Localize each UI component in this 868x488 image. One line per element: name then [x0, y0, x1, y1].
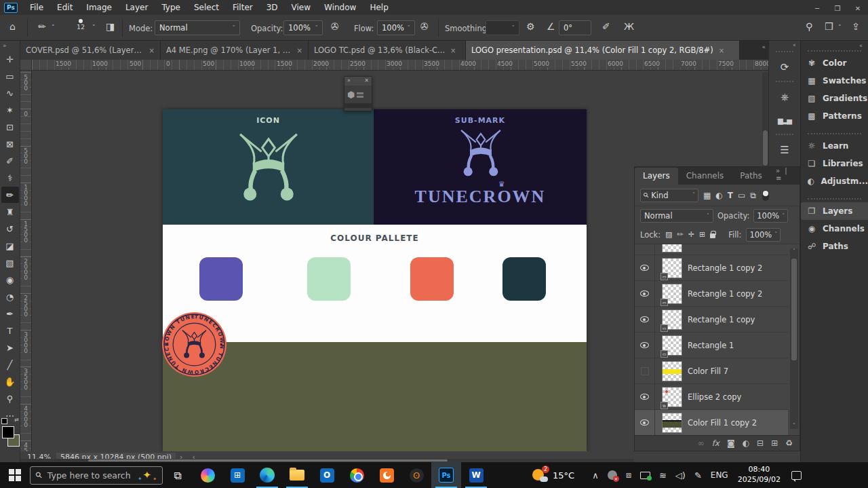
weather-widget[interactable]: 2 15°C — [532, 467, 574, 483]
dodge-tool[interactable]: ◔ — [1, 288, 19, 305]
visibility-toggle[interactable] — [635, 333, 655, 358]
symmetry-butterfly-icon[interactable]: Ж — [624, 21, 634, 32]
close-tab-icon[interactable]: × — [149, 47, 155, 54]
copilot-button[interactable] — [193, 462, 222, 488]
filter-adjustment-icon[interactable]: ◐ — [715, 191, 722, 200]
dock-item-gradients[interactable]: ▧ Gradients — [801, 90, 868, 107]
zoom-tool[interactable]: ⚲ — [1, 390, 19, 407]
visibility-toggle[interactable] — [635, 410, 655, 436]
tab-logo-tc-psd[interactable]: LOGO TC.psd @ 13,6% (Black-C... × — [309, 41, 466, 60]
document-canvas[interactable]: ICON SUB-MARK ♛ TUNECROWN COLOUR PALLETE — [163, 109, 587, 451]
display-status-icon[interactable] — [640, 472, 650, 479]
home-icon[interactable]: ⌂ — [9, 21, 16, 32]
scroll-down-icon[interactable]: ˅ — [790, 423, 798, 429]
layer-thumbnail[interactable] — [662, 361, 682, 381]
flow-select[interactable]: 100% ˅ — [377, 20, 415, 35]
taskbar-search-input[interactable]: ⚲ Type here to search ✦✦✦ — [30, 466, 163, 485]
dock-item-adjustments[interactable]: ◐ Adjustm... — [801, 172, 868, 190]
lock-paint-icon[interactable]: ✏ — [677, 230, 684, 239]
smoothing-gear-icon[interactable]: ⚙ — [526, 21, 535, 32]
layer-thumbnail[interactable]: ▭ — [662, 309, 682, 330]
dock-item-swatches[interactable]: ▦ Swatches — [801, 72, 868, 90]
swap-colors-icon[interactable]: ⇄ — [14, 417, 19, 423]
chrome-button[interactable] — [342, 462, 372, 488]
brush-angle-field[interactable]: 0° — [559, 20, 591, 35]
history-brush-tool[interactable]: ↺ — [1, 221, 19, 237]
word-button[interactable]: W — [461, 462, 491, 488]
dock-item-paths[interactable]: ☍ Paths — [801, 238, 868, 255]
crunchyroll-button[interactable] — [372, 462, 401, 488]
photoshop-button[interactable]: Ps — [431, 462, 461, 488]
layer-opacity-select[interactable]: 100% ˅ — [753, 209, 788, 223]
layer-row[interactable]: Color Fill 7 — [635, 358, 788, 384]
layer-row[interactable]: ▭ Rectangle 1 copy — [635, 307, 788, 333]
filter-toggle-switch[interactable] — [762, 190, 769, 201]
dock-item-patterns[interactable]: ▩ Patterns — [801, 107, 868, 125]
task-view-button[interactable]: ⧉ — [163, 462, 193, 488]
layer-row[interactable]: ▭ Rectangle 1 copy 2 — [635, 281, 788, 307]
chevron-down-icon[interactable]: ˅ — [92, 24, 96, 31]
visibility-toggle[interactable] — [635, 358, 655, 384]
scroll-up-icon[interactable]: ˄ — [793, 248, 795, 255]
histogram-panel-icon[interactable]: ▆▂▅ — [773, 111, 796, 130]
blend-mode-select[interactable]: Normal ˅ — [155, 20, 240, 35]
new-layer-icon[interactable]: ⊞ — [771, 438, 778, 448]
blur-tool[interactable]: ◉ — [1, 271, 19, 288]
brush-tool[interactable]: ✏ — [1, 187, 19, 203]
line-tool[interactable]: ╱ — [1, 356, 19, 373]
notification-center-icon[interactable] — [791, 471, 802, 480]
menu-type[interactable]: Type — [155, 1, 187, 14]
layer-thumbnail[interactable]: ▭ — [662, 335, 682, 356]
tab-paths[interactable]: Paths — [732, 168, 770, 185]
link-layers-icon[interactable]: ∞ — [698, 438, 705, 448]
edge-button[interactable] — [252, 462, 282, 488]
layer-row-partial[interactable] — [635, 244, 788, 255]
navigator-wheel-icon[interactable]: ⎈ — [773, 88, 796, 107]
visibility-toggle[interactable] — [635, 255, 655, 281]
chevron-down-icon[interactable]: ˅ — [52, 24, 55, 31]
dock-item-libraries[interactable]: ❏ Libraries — [801, 155, 868, 172]
dock-item-layers[interactable]: ❐ Layers — [801, 202, 868, 220]
layer-row[interactable]: ⧉ Ellipse 2 copy — [635, 384, 788, 410]
layer-row-selected[interactable]: Color Fill 1 copy 2 — [635, 410, 788, 436]
move-tool[interactable]: ✛ — [1, 51, 19, 67]
expand-panel-icon[interactable]: » — [347, 77, 351, 85]
panel-menu-icon[interactable]: » | ≡ — [770, 167, 800, 185]
expand-tools-icon[interactable]: » — [0, 41, 20, 50]
chevron-down-icon[interactable]: ˅ — [838, 24, 842, 31]
airbrush-icon[interactable]: ✇ — [420, 21, 429, 32]
filter-type-icon[interactable]: T — [728, 191, 733, 200]
path-selection-tool[interactable]: ➤ — [1, 339, 19, 356]
eraser-tool[interactable]: ◪ — [1, 238, 19, 254]
toggle-brush-panel-icon[interactable]: ◨ — [106, 21, 115, 32]
pressure-opacity-icon[interactable]: ✇ — [331, 21, 339, 32]
menu-view[interactable]: View — [285, 1, 317, 14]
clock-widget[interactable]: 08:40 2025/09/02 — [738, 465, 781, 485]
dock-item-color[interactable]: ✾ Color — [801, 54, 868, 72]
sync-error-icon[interactable] — [608, 470, 617, 480]
magic-wand-tool[interactable]: ✶ — [1, 102, 19, 118]
layer-row[interactable]: ▭ Rectangle 1 — [635, 333, 788, 358]
opacity-select[interactable]: 100% ˅ — [283, 20, 323, 35]
collapse-strip-icon[interactable]: « — [769, 41, 800, 50]
delete-layer-icon[interactable]: ♻ — [785, 438, 793, 448]
minimize-button[interactable]: ─ — [807, 3, 827, 12]
filter-kind-select[interactable]: ⚲ Kind ˅ — [640, 189, 698, 202]
menu-edit[interactable]: Edit — [50, 1, 79, 14]
menu-help[interactable]: Help — [363, 1, 395, 14]
ruler-corner[interactable] — [20, 60, 32, 71]
tab-a4-me-png[interactable]: A4 ME.png @ 170% (Layer 1, R... × — [161, 41, 309, 60]
filter-pixel-icon[interactable]: ▦ — [703, 191, 711, 200]
close-panel-icon[interactable]: ✕ — [364, 77, 369, 85]
layer-thumbnail[interactable]: ⧉ — [662, 387, 682, 407]
pen-input-icon[interactable]: ✎ — [694, 470, 702, 481]
dock-item-learn[interactable]: ☼ Learn — [801, 137, 868, 155]
scrollbar-thumb[interactable] — [763, 130, 768, 166]
layer-thumbnail[interactable] — [662, 413, 682, 433]
vertical-ruler[interactable]: 5000 5001000 15002000 25003000 35004000 … — [20, 71, 32, 451]
microsoft-store-button[interactable]: ⊞ — [222, 462, 252, 488]
menu-3d[interactable]: 3D — [260, 1, 285, 14]
dock-item-channels[interactable]: ◉ Channels — [801, 220, 868, 238]
crop-tool[interactable]: ⊡ — [1, 119, 19, 135]
menu-image[interactable]: Image — [79, 1, 119, 14]
